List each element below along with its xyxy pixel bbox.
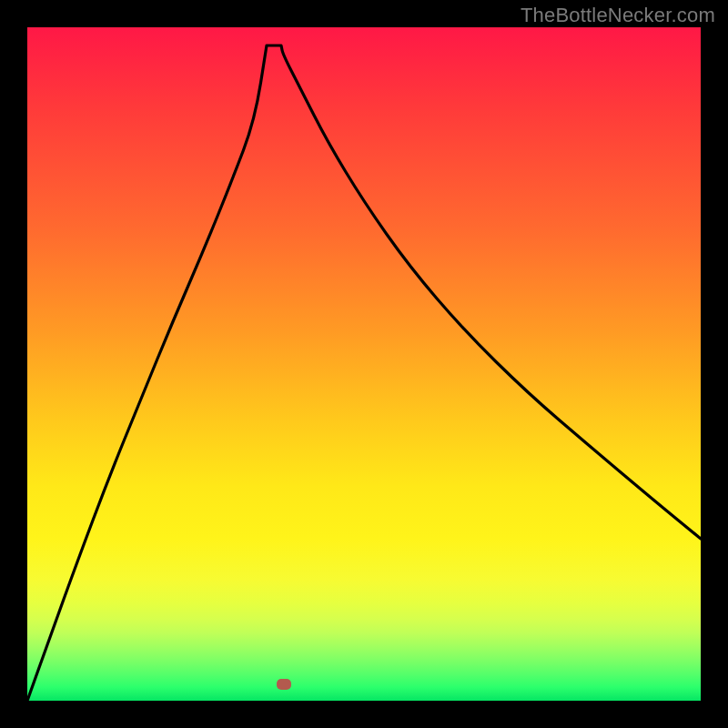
chart-frame: TheBottleNecker.com xyxy=(0,0,728,728)
optimum-marker xyxy=(277,679,291,690)
watermark-text: TheBottleNecker.com xyxy=(521,4,715,27)
bottleneck-curve xyxy=(27,27,701,701)
plot-area xyxy=(27,27,701,701)
